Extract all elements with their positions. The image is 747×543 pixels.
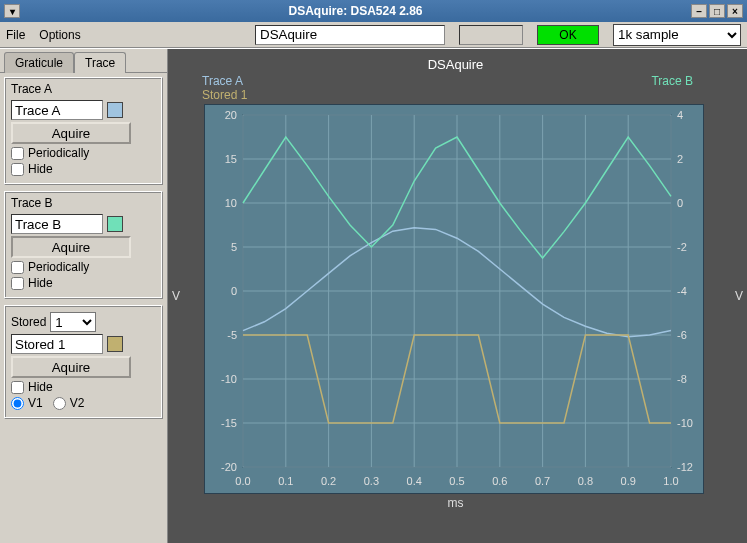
sysmenu-icon[interactable]: ▾: [4, 4, 20, 18]
svg-text:0.0: 0.0: [235, 475, 250, 487]
stored-hide-label: Hide: [28, 380, 53, 394]
group-stored: Stored 1 Aquire Hide V1 V2: [4, 305, 163, 419]
trace-a-periodically-label: Periodically: [28, 146, 89, 160]
stored-hide-checkbox[interactable]: [11, 381, 24, 394]
svg-text:0.9: 0.9: [621, 475, 636, 487]
svg-text:0.4: 0.4: [407, 475, 422, 487]
x-axis-label: ms: [176, 496, 735, 510]
svg-text:0.2: 0.2: [321, 475, 336, 487]
group-title-trace-a: Trace A: [11, 82, 156, 96]
close-button[interactable]: ×: [727, 4, 743, 18]
legend-trace-a: Trace A: [202, 74, 247, 88]
trace-a-name-input[interactable]: [11, 100, 103, 120]
svg-text:10: 10: [225, 197, 237, 209]
trace-a-periodically-checkbox[interactable]: [11, 147, 24, 160]
sample-select[interactable]: 1k sample: [613, 24, 741, 46]
svg-text:-8: -8: [677, 373, 687, 385]
svg-text:5: 5: [231, 241, 237, 253]
trace-b-periodically-label: Periodically: [28, 260, 89, 274]
svg-text:-10: -10: [677, 417, 693, 429]
left-tabs: Graticule Trace: [0, 49, 167, 72]
menu-file[interactable]: File: [6, 28, 25, 42]
group-title-stored: Stored: [11, 315, 46, 329]
trace-b-acquire-button[interactable]: Aquire: [11, 236, 131, 258]
svg-text:-20: -20: [221, 461, 237, 473]
trace-a-color-swatch[interactable]: [107, 102, 123, 118]
svg-text:4: 4: [677, 109, 683, 121]
stored-acquire-button[interactable]: Aquire: [11, 356, 131, 378]
svg-text:0.3: 0.3: [364, 475, 379, 487]
trace-b-name-input[interactable]: [11, 214, 103, 234]
menubar: File Options OK 1k sample: [0, 22, 747, 48]
stored-v2-radio[interactable]: [53, 397, 66, 410]
svg-text:-2: -2: [677, 241, 687, 253]
status-ok: OK: [537, 25, 599, 45]
trace-b-color-swatch[interactable]: [107, 216, 123, 232]
trace-a-hide-checkbox[interactable]: [11, 163, 24, 176]
svg-text:1.0: 1.0: [663, 475, 678, 487]
window-titlebar: ▾ DSAquire: DSA524 2.86 – □ ×: [0, 0, 747, 22]
svg-text:0.6: 0.6: [492, 475, 507, 487]
svg-text:15: 15: [225, 153, 237, 165]
group-title-trace-b: Trace B: [11, 196, 156, 210]
stored-index-select[interactable]: 1: [50, 312, 96, 332]
svg-text:-4: -4: [677, 285, 687, 297]
trace-b-periodically-checkbox[interactable]: [11, 261, 24, 274]
window-title: DSAquire: DSA524 2.86: [20, 4, 691, 18]
chart-panel: DSAquire Trace A Stored 1 Trace B V V 0.…: [168, 49, 747, 543]
chart-plot: 0.00.10.20.30.40.50.60.70.80.91.0-20-15-…: [204, 104, 704, 494]
toolbar-spacer: [459, 25, 523, 45]
svg-text:0.5: 0.5: [449, 475, 464, 487]
svg-text:-12: -12: [677, 461, 693, 473]
svg-text:-10: -10: [221, 373, 237, 385]
trace-a-acquire-button[interactable]: Aquire: [11, 122, 131, 144]
trace-b-hide-checkbox[interactable]: [11, 277, 24, 290]
y-axis-left-label: V: [172, 289, 180, 303]
svg-text:0: 0: [231, 285, 237, 297]
stored-v1-label: V1: [28, 396, 43, 410]
svg-text:20: 20: [225, 109, 237, 121]
svg-text:0: 0: [677, 197, 683, 209]
menu-options[interactable]: Options: [39, 28, 80, 42]
stored-color-swatch[interactable]: [107, 336, 123, 352]
tab-graticule[interactable]: Graticule: [4, 52, 74, 73]
stored-v2-label: V2: [70, 396, 85, 410]
svg-text:-5: -5: [227, 329, 237, 341]
svg-text:0.7: 0.7: [535, 475, 550, 487]
svg-text:0.8: 0.8: [578, 475, 593, 487]
svg-text:-15: -15: [221, 417, 237, 429]
legend-stored-1: Stored 1: [202, 88, 247, 102]
chart-title: DSAquire: [176, 57, 735, 72]
tab-trace[interactable]: Trace: [74, 52, 126, 73]
minimize-button[interactable]: –: [691, 4, 707, 18]
y-axis-right-label: V: [735, 289, 743, 303]
svg-text:-6: -6: [677, 329, 687, 341]
trace-a-hide-label: Hide: [28, 162, 53, 176]
maximize-button[interactable]: □: [709, 4, 725, 18]
svg-text:2: 2: [677, 153, 683, 165]
group-trace-a: Trace A Aquire Periodically Hide: [4, 77, 163, 185]
group-trace-b: Trace B Aquire Periodically Hide: [4, 191, 163, 299]
legend-trace-b: Trace B: [651, 74, 693, 102]
trace-b-hide-label: Hide: [28, 276, 53, 290]
acquire-name-input[interactable]: [255, 25, 445, 45]
svg-text:0.1: 0.1: [278, 475, 293, 487]
stored-v1-radio[interactable]: [11, 397, 24, 410]
stored-name-input[interactable]: [11, 334, 103, 354]
